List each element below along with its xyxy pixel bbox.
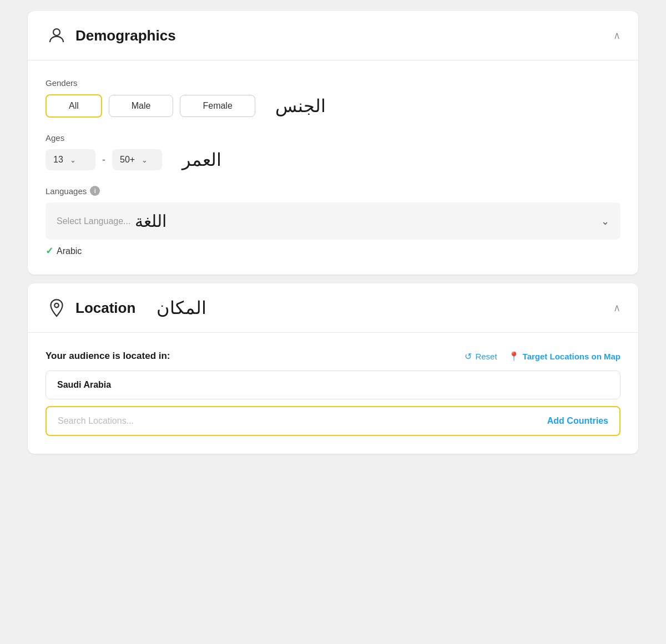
reset-icon: ↺ [465,351,472,362]
language-placeholder: Select Language... [57,216,130,226]
location-collapse-btn[interactable]: ∧ [613,302,620,314]
page-container: Demographics ∧ Genders All Male Female ا… [28,11,638,633]
country-name: Saudi Arabia [57,380,111,389]
search-locations-box[interactable]: Search Locations... Add Countries [46,406,620,436]
map-pin-icon: 📍 [508,351,519,362]
location-header-left: Location المكان [46,297,206,319]
demographics-body: Genders All Male Female الجنس Ages 13 ⌄ … [28,60,638,275]
demographics-header: Demographics ∧ [28,11,638,60]
demographics-collapse-btn[interactable]: ∧ [613,29,620,42]
gender-female-btn[interactable]: Female [180,95,255,117]
ages-arabic-label: العمر [182,149,221,170]
languages-info-icon[interactable]: i [90,186,100,196]
languages-label: Languages i [46,186,620,196]
map-label: Target Locations on Map [523,352,620,361]
ages-label: Ages [46,133,620,143]
gender-arabic-label: الجنس [275,95,326,116]
gender-all-btn[interactable]: All [46,94,102,118]
language-check-icon: ✓ [46,245,53,257]
map-btn[interactable]: 📍 Target Locations on Map [508,351,620,362]
genders-label: Genders [46,78,620,88]
selected-languages: ✓ Arabic [46,245,620,257]
country-box: Saudi Arabia [46,371,620,399]
ages-group: Ages 13 ⌄ - 50+ ⌄ العمر [46,133,620,170]
age-min-select[interactable]: 13 ⌄ [46,149,95,170]
language-tag-arabic: ✓ Arabic [46,245,82,257]
language-chevron-icon: ⌄ [601,215,609,227]
age-max-chevron: ⌄ [142,156,148,164]
age-min-value: 13 [53,155,63,165]
demographics-section: Demographics ∧ Genders All Male Female ا… [28,11,638,275]
language-dropdown-left: Select Language... اللغة [57,211,167,231]
age-min-chevron: ⌄ [70,156,76,164]
location-header: Location المكان ∧ [28,283,638,333]
location-body: Your audience is located in: ↺ Reset 📍 T… [28,333,638,454]
reset-label: Reset [475,352,497,361]
reset-btn[interactable]: ↺ Reset [465,351,497,362]
add-countries-btn[interactable]: Add Countries [547,416,608,426]
gender-buttons: All Male Female الجنس [46,94,620,118]
demographics-header-left: Demographics [46,24,176,47]
language-arabic-label: اللغة [135,211,167,231]
audience-row: Your audience is located in: ↺ Reset 📍 T… [46,351,620,362]
location-svg [47,298,67,318]
person-svg [47,26,67,45]
gender-male-btn[interactable]: Male [109,95,174,117]
audience-actions: ↺ Reset 📍 Target Locations on Map [465,351,620,362]
genders-group: Genders All Male Female الجنس [46,78,620,118]
ages-row: 13 ⌄ - 50+ ⌄ العمر [46,149,620,170]
location-arabic-label: المكان [157,297,206,318]
age-max-value: 50+ [120,155,135,165]
location-icon [46,297,68,319]
age-max-select[interactable]: 50+ ⌄ [112,149,162,170]
age-separator: - [102,154,105,166]
audience-label: Your audience is located in: [46,351,170,362]
svg-point-0 [53,29,60,36]
search-locations-input[interactable]: Search Locations... [58,416,547,426]
svg-point-1 [54,303,59,308]
language-dropdown[interactable]: Select Language... اللغة ⌄ [46,202,620,240]
language-tag-label: Arabic [57,246,82,256]
languages-group: Languages i Select Language... اللغة ⌄ ✓… [46,186,620,257]
location-title: Location [75,300,135,317]
location-section: Location المكان ∧ Your audience is locat… [28,283,638,454]
demographics-title: Demographics [75,27,176,44]
person-icon [46,24,68,47]
